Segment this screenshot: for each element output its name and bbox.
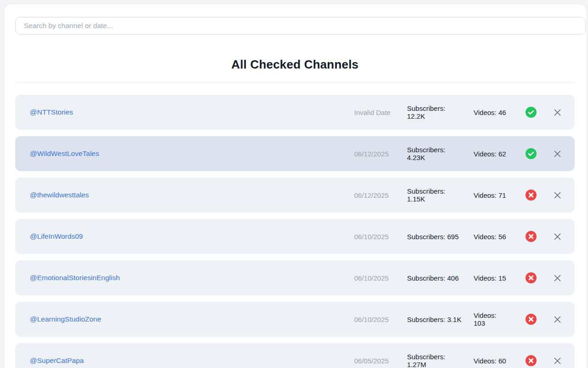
checked-date: 06/10/2025 [354, 233, 405, 241]
x-circle-icon [526, 272, 537, 283]
videos-count: Videos: 56 [474, 233, 509, 241]
channel-row[interactable]: @NTTStories Invalid Date Subscribers: 12… [15, 95, 575, 130]
checked-date: 06/10/2025 [354, 274, 405, 282]
close-icon [554, 233, 561, 240]
check-circle-icon [526, 148, 537, 159]
subscribers-count: Subscribers: 1.27M [407, 353, 464, 368]
status-icon-slot [526, 231, 537, 242]
x-circle-icon [526, 231, 537, 242]
channel-list: @NTTStories Invalid Date Subscribers: 12… [15, 95, 575, 368]
channel-row[interactable]: @WildWestLoveTales 06/12/2025 Subscriber… [15, 136, 575, 171]
channel-name-link[interactable]: @WildWestLoveTales [30, 150, 99, 158]
checked-date: 06/12/2025 [354, 150, 405, 158]
remove-channel-button[interactable] [553, 273, 562, 282]
checked-date: Invalid Date [354, 109, 405, 116]
x-circle-icon [526, 355, 537, 366]
page-title: All Checked Channels [15, 58, 575, 72]
close-icon [554, 192, 561, 199]
subscribers-count: Subscribers: 4.23K [407, 146, 464, 161]
remove-channel-button[interactable] [553, 149, 562, 158]
channel-row[interactable]: @LifeInWords09 06/10/2025 Subscribers: 6… [15, 219, 575, 254]
channel-name-link[interactable]: @LearningStudioZone [30, 315, 101, 323]
subscribers-count: Subscribers: 406 [407, 274, 464, 282]
check-circle-icon [526, 107, 537, 118]
videos-count: Videos: 60 [474, 357, 509, 365]
remove-channel-button[interactable] [553, 232, 562, 241]
checked-date: 06/10/2025 [354, 316, 405, 323]
videos-count: Videos: 15 [474, 274, 509, 282]
divider [15, 82, 575, 83]
subscribers-count: Subscribers: 695 [407, 233, 464, 241]
videos-count: Videos: 71 [474, 191, 509, 199]
channel-row[interactable]: @LearningStudioZone 06/10/2025 Subscribe… [15, 302, 575, 337]
x-circle-icon [526, 190, 537, 201]
status-icon-slot [526, 190, 537, 201]
checked-date: 06/05/2025 [354, 357, 405, 365]
main-card: All Checked Channels @NTTStories Invalid… [4, 4, 587, 368]
close-icon [554, 357, 561, 364]
channel-row[interactable]: @EmotionalStoriesinEnglish 06/10/2025 Su… [15, 260, 575, 295]
subscribers-count: Subscribers: 1.15K [407, 187, 464, 203]
subscribers-count: Subscribers: 12.2K [407, 104, 464, 120]
subscribers-count: Subscribers: 3.1K [407, 316, 464, 323]
close-icon [554, 316, 561, 323]
x-circle-icon [526, 314, 537, 325]
channel-name-link[interactable]: @SuperCatPapa [30, 356, 84, 365]
channel-row[interactable]: @SuperCatPapa 06/05/2025 Subscribers: 1.… [15, 343, 575, 368]
channel-name-link[interactable]: @EmotionalStoriesinEnglish [30, 274, 120, 282]
remove-channel-button[interactable] [553, 108, 562, 117]
checked-date: 06/12/2025 [354, 191, 405, 199]
search-bar [4, 4, 587, 34]
channel-name-link[interactable]: @thewildwesttales [30, 191, 89, 199]
remove-channel-button[interactable] [553, 356, 562, 365]
channel-row[interactable]: @thewildwesttales 06/12/2025 Subscribers… [15, 178, 575, 213]
close-icon [554, 150, 561, 157]
close-icon [554, 275, 561, 282]
status-icon-slot [526, 148, 537, 159]
videos-count: Videos: 103 [474, 311, 509, 327]
videos-count: Videos: 62 [474, 150, 509, 158]
channel-name-link[interactable]: @LifeInWords09 [30, 232, 83, 241]
remove-channel-button[interactable] [553, 315, 562, 324]
search-input[interactable] [15, 17, 586, 34]
close-icon [554, 109, 561, 116]
status-icon-slot [526, 314, 537, 325]
videos-count: Videos: 46 [474, 109, 509, 116]
channel-name-link[interactable]: @NTTStories [30, 108, 73, 116]
status-icon-slot [526, 107, 537, 118]
status-icon-slot [526, 272, 537, 283]
remove-channel-button[interactable] [553, 190, 562, 200]
status-icon-slot [526, 355, 537, 366]
content-area: All Checked Channels @NTTStories Invalid… [15, 58, 575, 368]
